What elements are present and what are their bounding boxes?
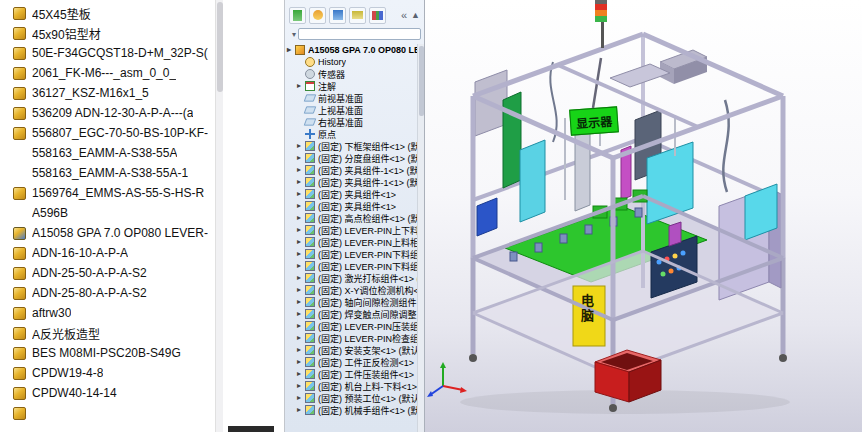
tree-item[interactable]: ▸(固定) LEVER-PIN压装组	[285, 320, 417, 332]
tree-item[interactable]: ▸(固定) 焊变触点间隙调整	[285, 308, 417, 320]
expand-arrow-icon[interactable]: ▸	[297, 164, 305, 176]
tree-item-label: (固定) LEVER-PIN下料组	[318, 248, 417, 260]
list-item[interactable]: 50E-F34GCQST18-D+M_32P-S(	[0, 43, 215, 63]
tree-item[interactable]: ▸(固定) LEVER-PIN检查组	[285, 332, 417, 344]
configurationmanager-tab-icon[interactable]	[329, 7, 346, 24]
list-item-label: 536209 ADN-12-30-A-P-A---(a	[32, 106, 193, 120]
tree-item[interactable]: ▸注解	[285, 80, 417, 92]
tree-item[interactable]: History	[285, 56, 417, 68]
list-item[interactable]: A596B	[0, 203, 215, 223]
list-item[interactable]: 536209 ADN-12-30-A-P-A---(a	[0, 103, 215, 123]
list-item[interactable]: aftrw30	[0, 303, 215, 323]
list-item[interactable]: 1569764_EMMS-AS-55-S-HS-R	[0, 183, 215, 203]
list-item[interactable]	[0, 403, 215, 423]
tree-item[interactable]: ▸(固定) LEVER-PIN下料组	[285, 260, 417, 272]
tree-scrollbar[interactable]	[417, 44, 424, 432]
expand-arrow-icon[interactable]: ▸	[297, 344, 305, 356]
expand-arrow-icon[interactable]: ▸	[297, 152, 305, 164]
tree-item[interactable]: 上视基准面	[285, 104, 417, 116]
tree-item[interactable]: ▸(固定) 机台上料-下料<1>	[285, 380, 417, 392]
list-item-label: 558163_EAMM-A-S38-55A	[32, 146, 177, 160]
tree-item[interactable]: 前视基准面	[285, 92, 417, 104]
tree-item[interactable]: ▸A15058 GPA 7.0 OP080 LEV	[285, 44, 417, 56]
list-item[interactable]: 45X45垫板	[0, 3, 215, 23]
part-icon	[13, 367, 26, 380]
list-item[interactable]: 558163_EAMM-A-S38-55A-1	[0, 163, 215, 183]
expand-arrow-icon[interactable]: ▸	[297, 248, 305, 260]
collapse-panel-arrow-icon[interactable]: ▲	[411, 10, 420, 20]
tree-item[interactable]: 右视基准面	[285, 116, 417, 128]
tree-item[interactable]: ▸(固定) 轴向间隙检测组件	[285, 296, 417, 308]
expand-arrow-icon[interactable]: ▸	[297, 224, 305, 236]
list-item[interactable]: CPDW19-4-8	[0, 363, 215, 383]
expand-arrow-icon[interactable]: ▸	[297, 404, 305, 416]
list-item[interactable]: CPDW40-14-14	[0, 383, 215, 403]
expand-arrow-icon[interactable]: ▸	[297, 236, 305, 248]
tree-item[interactable]: 原点	[285, 128, 417, 140]
tree-item-label: (固定) 夹具组件<1>	[318, 200, 396, 212]
expand-arrow-icon[interactable]: ▸	[287, 44, 295, 56]
tree-scrollbar-thumb[interactable]	[419, 46, 424, 116]
expand-arrow-icon[interactable]: ▸	[297, 80, 305, 92]
tree-item[interactable]: ▸(固定) 夹具组件-1<1> (默认)	[285, 164, 417, 176]
file-scrollbar-thumb[interactable]	[217, 2, 223, 92]
expand-arrow-icon[interactable]: ▸	[297, 272, 305, 284]
list-item[interactable]: 45x90铝型材	[0, 23, 215, 43]
list-item[interactable]: 558163_EAMM-A-S38-55A	[0, 143, 215, 163]
list-item[interactable]: ADN-25-50-A-P-A-S2	[0, 263, 215, 283]
file-scrollbar[interactable]	[215, 0, 223, 432]
displaymanager-tab-icon[interactable]	[369, 7, 386, 24]
propertymanager-tab-icon[interactable]	[309, 7, 326, 24]
expand-arrow-icon[interactable]: ▸	[297, 188, 305, 200]
expand-arrow-icon[interactable]: ▸	[297, 332, 305, 344]
tree-item-label: (固定) 机械手组件<1> (默认)	[318, 404, 417, 416]
list-item[interactable]: BES M08MI-PSC20B-S49G	[0, 343, 215, 363]
tree-item[interactable]: ▸(固定) 工件压装组件<1>	[285, 368, 417, 380]
expand-arrow-icon[interactable]: ▸	[297, 200, 305, 212]
tree-item[interactable]: ▸(固定) LEVER-PIN上下料	[285, 224, 417, 236]
filter-dropdown-arrow-icon[interactable]: ▾	[292, 30, 296, 39]
graphics-viewport[interactable]: 显示器 电脑	[425, 0, 862, 432]
list-item[interactable]: ADN-25-80-A-P-A-S2	[0, 283, 215, 303]
list-item[interactable]: A15058 GPA 7.0 OP080 LEVER-	[0, 223, 215, 243]
tree-item[interactable]: ▸(固定) 夹具组件<1>	[285, 200, 417, 212]
tree-item[interactable]: ▸(固定) X-Y调位检测机构<	[285, 284, 417, 296]
comp-icon	[305, 225, 315, 235]
expand-arrow-icon[interactable]: ▸	[297, 212, 305, 224]
expand-arrow-icon[interactable]: ▸	[297, 368, 305, 380]
tree-item[interactable]: ▸(固定) LEVER-PIN上料相	[285, 236, 417, 248]
expand-arrow-icon[interactable]: ▸	[297, 284, 305, 296]
expand-arrow-icon[interactable]: ▸	[297, 176, 305, 188]
chevrons-left-icon[interactable]: «	[401, 9, 407, 21]
expand-arrow-icon[interactable]: ▸	[297, 296, 305, 308]
dimxpert-tab-icon[interactable]	[349, 7, 366, 24]
list-item[interactable]: 2061_FK-M6---_asm_0_0_	[0, 63, 215, 83]
tree-item[interactable]: ▸(固定) 夹具组件<1>	[285, 188, 417, 200]
list-item-label: 558163_EAMM-A-S38-55A-1	[32, 166, 188, 180]
tree-item[interactable]: ▸(固定) LEVER-PIN下料组	[285, 248, 417, 260]
comp-icon	[305, 177, 315, 187]
tree-item[interactable]: ▸(固定) 高点检组件<1> (默认)	[285, 212, 417, 224]
tree-item[interactable]: ▸(固定) 机械手组件<1> (默认)	[285, 404, 417, 416]
tree-item[interactable]: ▸(固定) 下框架组件<1> (默认)	[285, 140, 417, 152]
expand-arrow-icon[interactable]: ▸	[297, 356, 305, 368]
tree-item[interactable]: ▸(固定) 工件正反检测<1>	[285, 356, 417, 368]
expand-arrow-icon[interactable]: ▸	[297, 140, 305, 152]
tree-item[interactable]: ▸(固定) 安装支架<1> (默认)	[285, 344, 417, 356]
expand-arrow-icon[interactable]: ▸	[297, 260, 305, 272]
featuremanager-tab-icon[interactable]	[289, 7, 306, 24]
list-item[interactable]: 36127_KSZ-M16x1_5	[0, 83, 215, 103]
list-item[interactable]: 556807_EGC-70-50-BS-10P-KF-	[0, 123, 215, 143]
expand-arrow-icon[interactable]: ▸	[297, 380, 305, 392]
tree-item[interactable]: ▸(固定) 分度盘组件<1> (默认)	[285, 152, 417, 164]
expand-arrow-icon[interactable]: ▸	[297, 320, 305, 332]
tree-item[interactable]: 传感器	[285, 68, 417, 80]
list-item[interactable]: ADN-16-10-A-P-A	[0, 243, 215, 263]
tree-item[interactable]: ▸(固定) 预装工位<1> (默认)	[285, 392, 417, 404]
list-item[interactable]: A反光板造型	[0, 323, 215, 343]
expand-arrow-icon[interactable]: ▸	[297, 308, 305, 320]
tree-item[interactable]: ▸(固定) 激光打标组件<1> (	[285, 272, 417, 284]
tree-item[interactable]: ▸(固定) 夹具组件-1<1> (默认)	[285, 176, 417, 188]
expand-arrow-icon[interactable]: ▸	[297, 392, 305, 404]
filter-input[interactable]	[298, 28, 421, 40]
